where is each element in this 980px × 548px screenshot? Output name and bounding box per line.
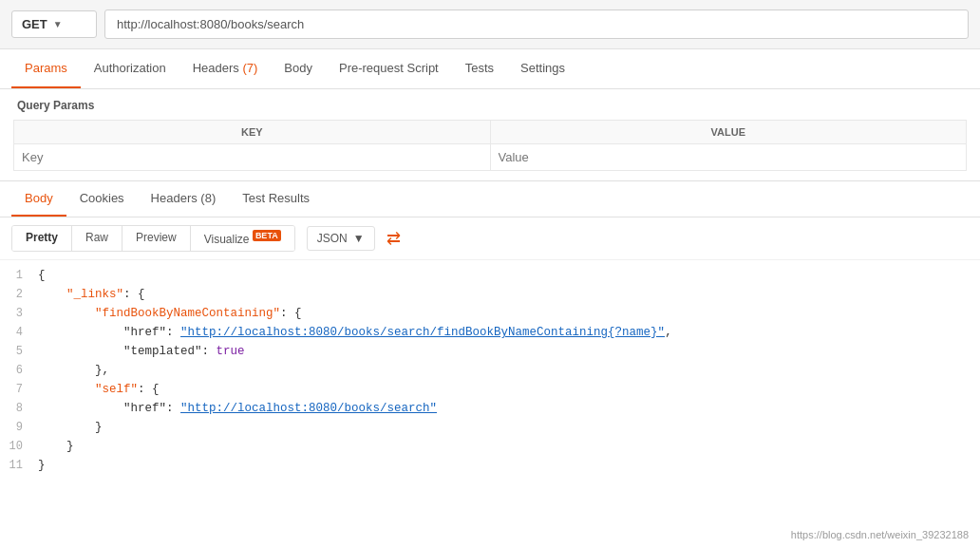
token-sp — [38, 421, 95, 434]
method-dropdown[interactable]: GET ▼ — [11, 10, 97, 38]
token-key: "self" — [95, 383, 138, 396]
token-key: "findBookByNameContaining" — [95, 307, 280, 320]
line-number: 4 — [0, 326, 38, 339]
token-sp — [38, 326, 123, 339]
response-toolbar: Pretty Raw Preview Visualize BETA JSON ▼… — [0, 217, 980, 260]
format-tab-pretty[interactable]: Pretty — [12, 226, 72, 251]
line-number: 5 — [0, 345, 38, 358]
chevron-down-icon: ▼ — [353, 232, 365, 245]
line-content: }, — [38, 364, 109, 377]
table-row — [14, 144, 967, 171]
line-content: "self": { — [38, 383, 160, 396]
token-plain: "href": — [123, 326, 180, 339]
key-input[interactable] — [22, 150, 482, 164]
code-line: 6 }, — [0, 363, 980, 382]
value-input[interactable] — [499, 150, 959, 164]
code-line: 7 "self": { — [0, 382, 980, 401]
tab-response-body[interactable]: Body — [11, 181, 66, 217]
value-cell — [490, 144, 967, 171]
token-sp — [38, 345, 123, 358]
value-column-header: VALUE — [490, 121, 967, 144]
token-plain: : { — [280, 307, 302, 320]
token-plain: } — [66, 440, 74, 453]
line-number: 8 — [0, 402, 38, 415]
tab-response-cookies[interactable]: Cookies — [66, 181, 138, 217]
line-number: 3 — [0, 307, 38, 320]
token-brace: { — [38, 269, 46, 282]
token-sp — [38, 383, 95, 396]
code-line: 9 } — [0, 420, 980, 439]
line-number: 11 — [0, 459, 38, 472]
format-tab-visualize[interactable]: Visualize BETA — [191, 226, 294, 251]
code-line: 5 "templated": true — [0, 344, 980, 363]
tab-response-headers[interactable]: Headers (8) — [138, 181, 230, 217]
key-column-header: KEY — [14, 121, 491, 144]
token-plain: "templated": — [123, 345, 217, 358]
method-label: GET — [22, 17, 47, 31]
token-plain: : { — [123, 288, 145, 301]
tab-authorization[interactable]: Authorization — [81, 49, 179, 88]
chevron-down-icon: ▼ — [53, 19, 63, 29]
line-content: "templated": true — [38, 345, 245, 358]
tab-settings[interactable]: Settings — [507, 49, 578, 88]
token-bool: true — [217, 345, 245, 358]
format-tabs: Pretty Raw Preview Visualize BETA — [11, 225, 295, 252]
word-wrap-icon[interactable]: ⇄ — [386, 230, 401, 247]
token-sp — [38, 307, 95, 320]
tab-headers[interactable]: Headers (7) — [179, 49, 272, 88]
line-number: 1 — [0, 269, 38, 282]
request-tabs: Params Authorization Headers (7) Body Pr… — [0, 49, 980, 89]
query-params-title: Query Params — [13, 99, 967, 112]
query-params-section: Query Params KEY VALUE — [0, 89, 980, 181]
line-number: 7 — [0, 383, 38, 396]
token-sp — [38, 440, 66, 453]
format-tab-preview[interactable]: Preview — [122, 226, 191, 251]
token-sp — [38, 402, 123, 415]
token-plain: }, — [95, 364, 109, 377]
token-plain: : { — [138, 383, 160, 396]
token-url: "http://localhost:8080/books/search" — [180, 402, 437, 415]
line-content: } — [38, 421, 103, 434]
url-input[interactable] — [104, 9, 969, 39]
line-content: "findBookByNameContaining": { — [38, 307, 302, 320]
line-number: 9 — [0, 421, 38, 434]
code-line: 1{ — [0, 268, 980, 287]
code-line: 11} — [0, 458, 980, 477]
tab-params[interactable]: Params — [11, 49, 81, 88]
line-number: 2 — [0, 288, 38, 301]
line-content: "href": "http://localhost:8080/books/sea… — [38, 326, 672, 339]
format-tab-raw[interactable]: Raw — [72, 226, 122, 251]
line-number: 6 — [0, 364, 38, 377]
line-content: { — [38, 269, 46, 282]
line-content: } — [38, 459, 46, 472]
tab-response-test-results[interactable]: Test Results — [229, 181, 323, 217]
url-bar: GET ▼ — [0, 0, 980, 49]
code-line: 10 } — [0, 439, 980, 458]
token-plain: "href": — [123, 402, 180, 415]
tab-prerequest[interactable]: Pre-request Script — [326, 49, 452, 88]
response-tabs: Body Cookies Headers (8) Test Results — [0, 181, 980, 217]
line-content: "_links": { — [38, 288, 145, 301]
params-table: KEY VALUE — [13, 120, 967, 171]
token-key: "_links" — [66, 288, 123, 301]
code-view: 1{2 "_links": {3 "findBookByNameContaini… — [0, 260, 980, 484]
tab-body[interactable]: Body — [271, 49, 326, 88]
code-line: 4 "href": "http://localhost:8080/books/s… — [0, 325, 980, 344]
token-sp — [38, 364, 95, 377]
json-format-dropdown[interactable]: JSON ▼ — [307, 226, 375, 251]
token-url: "http://localhost:8080/books/search/find… — [180, 326, 665, 339]
line-content: } — [38, 440, 74, 453]
beta-badge: BETA — [253, 230, 281, 241]
line-content: "href": "http://localhost:8080/books/sea… — [38, 402, 437, 415]
token-brace: } — [38, 459, 46, 472]
token-plain: , — [665, 326, 672, 339]
tab-tests[interactable]: Tests — [452, 49, 507, 88]
code-line: 2 "_links": { — [0, 287, 980, 306]
key-cell — [14, 144, 491, 171]
code-line: 8 "href": "http://localhost:8080/books/s… — [0, 401, 980, 420]
line-number: 10 — [0, 440, 38, 453]
token-sp — [38, 288, 66, 301]
code-line: 3 "findBookByNameContaining": { — [0, 306, 980, 325]
token-plain: } — [95, 421, 103, 434]
